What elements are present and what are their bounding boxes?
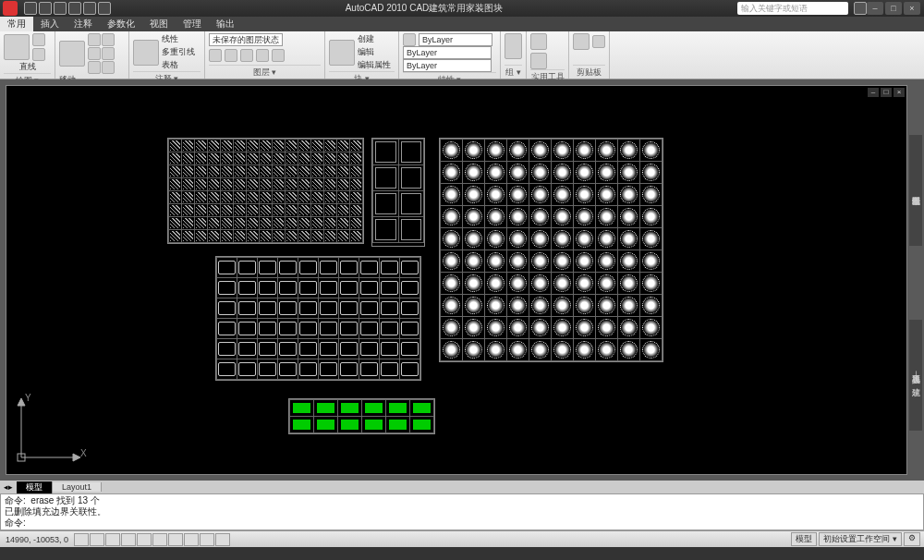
block-cell[interactable] — [298, 191, 311, 204]
workspace-switch[interactable]: 初始设置工作空间 ▾ — [819, 532, 902, 546]
block-cell[interactable] — [182, 191, 195, 204]
snap-toggle[interactable] — [74, 533, 89, 546]
block-cell[interactable] — [618, 295, 640, 317]
qat-redo-icon[interactable] — [83, 2, 96, 15]
ducs-toggle[interactable] — [168, 533, 183, 546]
block-cell[interactable] — [208, 230, 221, 243]
block-cell[interactable] — [618, 273, 640, 295]
block-cell[interactable] — [380, 258, 400, 278]
block-cell[interactable] — [182, 217, 195, 230]
ortho-toggle[interactable] — [105, 533, 120, 546]
otrack-toggle[interactable] — [152, 533, 167, 546]
block-cell[interactable] — [221, 230, 234, 243]
block-cell[interactable] — [618, 317, 640, 339]
block-cell[interactable] — [273, 152, 286, 165]
block-cell[interactable] — [324, 140, 337, 152]
block-cell[interactable] — [208, 217, 221, 230]
block-cell[interactable] — [485, 228, 507, 250]
block-cell[interactable] — [195, 178, 208, 191]
lineweight-combo[interactable]: ByLayer — [403, 59, 492, 72]
block-cell[interactable] — [507, 273, 529, 295]
block-cell[interactable] — [529, 162, 552, 184]
block-cell[interactable] — [337, 165, 350, 178]
block-cell[interactable] — [380, 298, 400, 319]
block-cell[interactable] — [362, 417, 386, 433]
block-cell[interactable] — [552, 228, 574, 250]
block-cell[interactable] — [247, 152, 260, 165]
block-cell[interactable] — [398, 191, 424, 217]
block-cell[interactable] — [398, 217, 424, 243]
panel-clip-label[interactable]: 剪贴板 — [573, 65, 605, 79]
block-cell[interactable] — [234, 140, 247, 152]
block-cell[interactable] — [337, 204, 350, 217]
block-cell[interactable] — [221, 152, 234, 165]
block-cell[interactable] — [195, 152, 208, 165]
block-cell[interactable] — [441, 250, 463, 273]
block-cell[interactable] — [463, 295, 485, 317]
create-block-button[interactable]: 创建 — [358, 33, 391, 45]
block-cell[interactable] — [234, 152, 247, 165]
block-cell[interactable] — [441, 206, 463, 228]
block-cell[interactable] — [237, 258, 258, 278]
block-cell[interactable] — [247, 178, 260, 191]
block-cell[interactable] — [338, 417, 362, 433]
block-cell[interactable] — [298, 152, 311, 165]
block-cell[interactable] — [640, 250, 663, 273]
block-cell[interactable] — [596, 162, 618, 184]
block-cell[interactable] — [298, 204, 311, 217]
block-cell[interactable] — [640, 273, 663, 295]
block-cell[interactable] — [234, 204, 247, 217]
block-cell[interactable] — [169, 165, 182, 178]
search-input[interactable]: 输入关键字或短语 — [737, 2, 848, 15]
layer-prop-icon[interactable] — [272, 49, 285, 62]
block-cell[interactable] — [237, 278, 258, 298]
block-cell[interactable] — [217, 278, 237, 298]
block-cell[interactable] — [618, 339, 640, 361]
block-cell[interactable] — [319, 359, 339, 380]
block-cell[interactable] — [373, 191, 399, 217]
model-tab[interactable]: 模型 — [17, 481, 53, 493]
command-line[interactable]: 命令: erase 找到 13 个 已删除填充边界关联性。 命令: — [0, 493, 924, 530]
block-cell[interactable] — [234, 165, 247, 178]
block-cell[interactable] — [596, 295, 618, 317]
block-cell[interactable] — [640, 228, 663, 250]
block-cell[interactable] — [319, 339, 339, 359]
block-cell[interactable] — [169, 204, 182, 217]
block-cell[interactable] — [286, 152, 298, 165]
block-cell[interactable] — [552, 184, 574, 206]
block-cell[interactable] — [441, 317, 463, 339]
block-cell[interactable] — [552, 339, 574, 361]
block-cell[interactable] — [386, 417, 410, 433]
block-cell[interactable] — [182, 178, 195, 191]
block-cell[interactable] — [507, 140, 529, 162]
panel-layers-label[interactable]: 图层 ▾ — [209, 65, 321, 79]
block-cell[interactable] — [441, 228, 463, 250]
block-cell[interactable] — [552, 140, 574, 162]
block-cell[interactable] — [386, 400, 410, 417]
block-cell[interactable] — [273, 230, 286, 243]
block-cell[interactable] — [258, 298, 278, 319]
block-cell[interactable] — [485, 317, 507, 339]
block-cell[interactable] — [350, 165, 363, 178]
block-cell[interactable] — [221, 217, 234, 230]
block-cell[interactable] — [400, 339, 420, 359]
block-cell[interactable] — [463, 140, 485, 162]
block-cell[interactable] — [529, 317, 552, 339]
block-cell[interactable] — [463, 162, 485, 184]
block-cell[interactable] — [441, 273, 463, 295]
block-cell[interactable] — [234, 191, 247, 204]
block-cell[interactable] — [485, 339, 507, 361]
block-cell[interactable] — [552, 295, 574, 317]
sheet-set-palette[interactable]: 图纸集管理器 — [909, 135, 922, 246]
block-cell[interactable] — [286, 140, 298, 152]
block-cell[interactable] — [311, 140, 324, 152]
block-cell[interactable] — [314, 400, 338, 417]
block-cell[interactable] — [311, 217, 324, 230]
block-cell[interactable] — [507, 228, 529, 250]
block-cell[interactable] — [596, 140, 618, 162]
block-cell[interactable] — [208, 165, 221, 178]
block-cell[interactable] — [195, 230, 208, 243]
block-cell[interactable] — [237, 319, 258, 339]
block-cell[interactable] — [337, 178, 350, 191]
block-cell[interactable] — [463, 273, 485, 295]
